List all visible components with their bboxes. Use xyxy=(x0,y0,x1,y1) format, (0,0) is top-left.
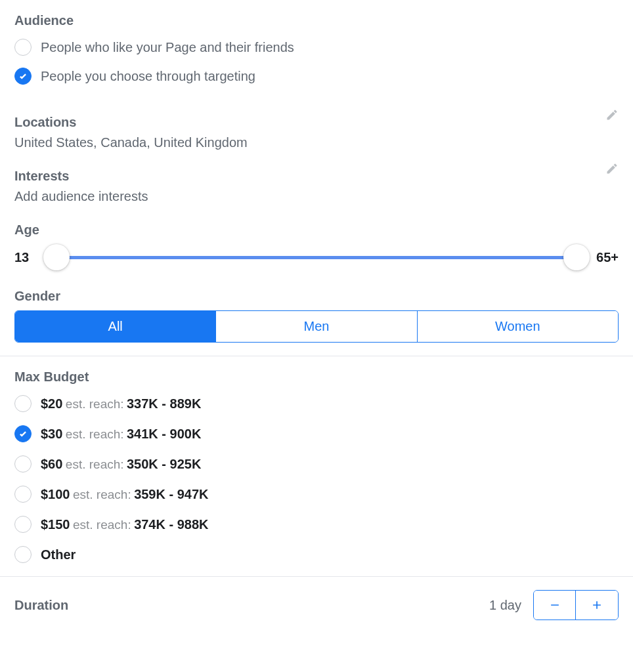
budget-option-150[interactable]: $150 est. reach: 374K - 988K xyxy=(14,516,619,533)
budget-section: Max Budget $20 est. reach: 337K - 889K $… xyxy=(0,356,633,576)
age-slider[interactable]: 13 65+ xyxy=(14,244,619,270)
locations-header: Locations xyxy=(14,96,619,135)
interests-title: Interests xyxy=(14,169,69,184)
radio-unchecked-icon[interactable] xyxy=(14,39,32,56)
radio-unchecked-icon[interactable] xyxy=(14,486,32,503)
locations-value: United States, Canada, United Kingdom xyxy=(14,135,619,150)
minus-icon xyxy=(548,598,561,612)
budget-title: Max Budget xyxy=(14,369,619,385)
duration-value: 1 day xyxy=(489,598,521,613)
radio-checked-icon[interactable] xyxy=(14,68,32,85)
duration-section: Duration 1 day xyxy=(0,577,633,633)
edit-icon[interactable] xyxy=(605,108,619,124)
audience-option-page-friends[interactable]: People who like your Page and their frie… xyxy=(14,39,619,56)
age-min-handle[interactable] xyxy=(43,244,70,270)
duration-decrement-button[interactable] xyxy=(534,591,576,620)
audience-option-targeting[interactable]: People you choose through targeting xyxy=(14,68,619,85)
budget-option-30[interactable]: $30 est. reach: 341K - 900K xyxy=(14,425,619,442)
budget-option-label: $20 est. reach: 337K - 889K xyxy=(41,396,201,411)
gender-option-men[interactable]: Men xyxy=(216,311,417,342)
age-track[interactable] xyxy=(47,244,586,270)
radio-unchecked-icon[interactable] xyxy=(14,546,32,563)
interests-placeholder[interactable]: Add audience interests xyxy=(14,189,619,204)
audience-option-label: People you choose through targeting xyxy=(41,69,255,84)
radio-unchecked-icon[interactable] xyxy=(14,395,32,412)
budget-option-other[interactable]: Other xyxy=(14,546,619,563)
age-min-value: 13 xyxy=(14,250,41,265)
duration-increment-button[interactable] xyxy=(576,591,618,620)
budget-option-label: $150 est. reach: 374K - 988K xyxy=(41,517,209,532)
duration-controls: 1 day xyxy=(489,590,619,620)
edit-icon[interactable] xyxy=(605,162,619,178)
locations-title: Locations xyxy=(14,115,76,130)
budget-option-label: $100 est. reach: 359K - 947K xyxy=(41,487,209,502)
age-title: Age xyxy=(14,222,619,238)
gender-option-all[interactable]: All xyxy=(15,311,216,342)
audience-section: Audience People who like your Page and t… xyxy=(0,0,633,356)
gender-segmented-control: All Men Women xyxy=(14,310,619,343)
budget-option-label: $60 est. reach: 350K - 925K xyxy=(41,457,201,472)
age-range-bar xyxy=(47,256,586,259)
audience-option-label: People who like your Page and their frie… xyxy=(41,40,294,55)
gender-title: Gender xyxy=(14,289,619,304)
radio-unchecked-icon[interactable] xyxy=(14,455,32,472)
gender-option-women[interactable]: Women xyxy=(418,311,618,342)
budget-option-label: $30 est. reach: 341K - 900K xyxy=(41,427,201,442)
budget-option-20[interactable]: $20 est. reach: 337K - 889K xyxy=(14,395,619,412)
duration-stepper xyxy=(533,590,619,620)
interests-header: Interests xyxy=(14,150,619,189)
radio-checked-icon[interactable] xyxy=(14,425,32,442)
age-max-handle[interactable] xyxy=(563,244,590,270)
duration-title: Duration xyxy=(14,598,68,613)
plus-icon xyxy=(590,598,603,612)
budget-option-60[interactable]: $60 est. reach: 350K - 925K xyxy=(14,455,619,472)
audience-title: Audience xyxy=(14,13,619,28)
radio-unchecked-icon[interactable] xyxy=(14,516,32,533)
budget-option-100[interactable]: $100 est. reach: 359K - 947K xyxy=(14,486,619,503)
budget-other-label: Other xyxy=(41,547,76,562)
age-max-value: 65+ xyxy=(592,250,619,265)
